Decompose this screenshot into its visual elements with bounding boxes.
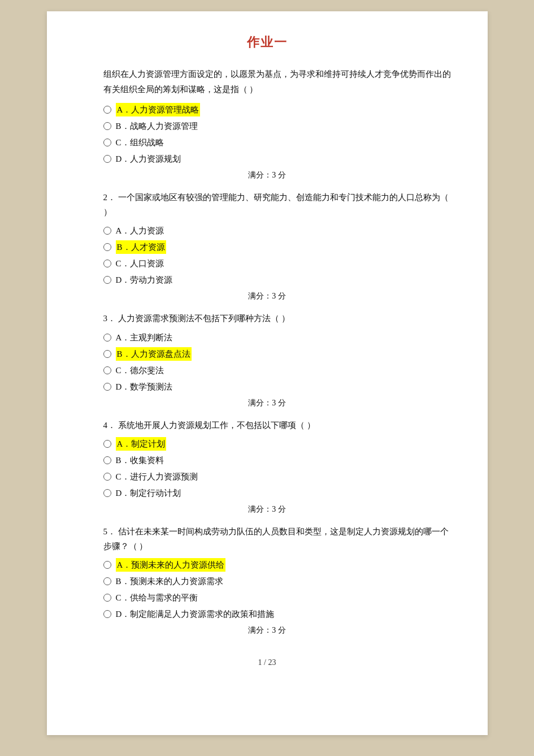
question-2-text: 2． 一个国家或地区有较强的管理能力、研究能力、创造能力和专门技术能力的人口总称… [103,191,454,219]
option-4-a[interactable]: A．制定计划 [103,437,454,451]
option-label-3-d: D．数学预测法 [116,380,173,394]
radio-4-c[interactable] [103,473,111,481]
radio-1-c[interactable] [103,139,111,146]
option-1-b[interactable]: B．战略人力资源管理 [103,119,454,133]
question-4-text: 4． 系统地开展人力资源规划工作，不包括以下哪项（ ） [103,418,454,433]
option-2-a[interactable]: A．人力资源 [103,224,454,237]
radio-2-a[interactable] [103,227,111,235]
option-label-4-d: D．制定行动计划 [116,486,181,500]
question-2-number: 2． [103,193,116,202]
question-3-text: 3． 人力资源需求预测法不包括下列哪种方法（ ） [103,312,454,326]
question-1: 组织在人力资源管理方面设定的，以愿景为基点，为寻求和维持可持续人才竞争优势而作出… [81,67,454,180]
radio-2-b[interactable] [103,243,111,251]
option-label-1-d: D．人力资源规划 [116,152,181,166]
option-label-2-d: D．劳动力资源 [116,273,173,287]
radio-3-d[interactable] [103,383,111,391]
question-4-options: A．制定计划 B．收集资料 C．进行人力资源预测 D．制定行动计划 [103,437,454,500]
option-label-2-c: C．人口资源 [116,257,164,270]
page-footer: 1 / 23 [81,658,454,667]
option-3-d[interactable]: D．数学预测法 [103,380,454,394]
option-3-b[interactable]: B．人力资源盘点法 [103,347,454,361]
option-label-1-a: A．人力资源管理战略 [116,103,201,116]
option-label-3-a: A．主观判断法 [116,331,173,344]
radio-1-b[interactable] [103,122,111,130]
question-3-options: A．主观判断法 B．人力资源盘点法 C．德尔斐法 D．数学预测法 [103,331,454,394]
question-2-options: A．人力资源 B．人才资源 C．人口资源 D．劳动力资源 [103,224,454,287]
option-label-4-b: B．收集资料 [116,453,164,467]
radio-5-c[interactable] [103,594,111,602]
option-2-c[interactable]: C．人口资源 [103,257,454,270]
score-4: 满分：3 分 [81,504,454,515]
radio-5-b[interactable] [103,577,111,585]
score-3: 满分：3 分 [81,398,454,408]
score-1: 满分：3 分 [81,170,454,180]
page-title: 作业一 [81,34,454,51]
option-label-4-c: C．进行人力资源预测 [116,470,198,483]
option-label-2-b: B．人才资源 [116,240,166,254]
question-2: 2． 一个国家或地区有较强的管理能力、研究能力、创造能力和专门技术能力的人口总称… [81,191,454,301]
radio-1-a[interactable] [103,106,111,114]
option-label-5-a: A．预测未来的人力资源供给 [116,558,226,572]
radio-3-b[interactable] [103,350,111,358]
option-label-5-b: B．预测未来的人力资源需求 [116,574,223,588]
option-4-b[interactable]: B．收集资料 [103,453,454,467]
option-4-d[interactable]: D．制定行动计划 [103,486,454,500]
question-4: 4． 系统地开展人力资源规划工作，不包括以下哪项（ ） A．制定计划 B．收集资… [81,418,454,515]
option-5-b[interactable]: B．预测未来的人力资源需求 [103,574,454,588]
option-5-c[interactable]: C．供给与需求的平衡 [103,591,454,604]
question-5-text: 5． 估计在未来某一时间构成劳动力队伍的人员数目和类型，这是制定人力资源规划的哪… [103,525,454,554]
option-label-3-b: B．人力资源盘点法 [116,347,192,361]
radio-4-b[interactable] [103,456,111,464]
question-1-options: A．人力资源管理战略 B．战略人力资源管理 C．组织战略 D．人力资源规划 [103,103,454,166]
option-2-b[interactable]: B．人才资源 [103,240,454,254]
option-5-d[interactable]: D．制定能满足人力资源需求的政策和措施 [103,607,454,621]
question-3: 3． 人力资源需求预测法不包括下列哪种方法（ ） A．主观判断法 B．人力资源盘… [81,312,454,408]
radio-4-a[interactable] [103,440,111,448]
option-5-a[interactable]: A．预测未来的人力资源供给 [103,558,454,572]
radio-1-d[interactable] [103,155,111,163]
option-4-c[interactable]: C．进行人力资源预测 [103,470,454,483]
option-1-c[interactable]: C．组织战略 [103,136,454,149]
option-label-1-b: B．战略人力资源管理 [116,119,198,133]
option-1-d[interactable]: D．人力资源规划 [103,152,454,166]
option-1-a[interactable]: A．人力资源管理战略 [103,103,454,116]
option-label-2-a: A．人力资源 [116,224,164,237]
score-5: 满分：3 分 [81,625,454,636]
option-2-d[interactable]: D．劳动力资源 [103,273,454,287]
question-4-number: 4． [103,421,116,430]
option-label-3-c: C．德尔斐法 [116,364,164,377]
question-5-number: 5． [103,527,116,536]
radio-3-a[interactable] [103,334,111,342]
option-label-5-c: C．供给与需求的平衡 [116,591,198,604]
radio-5-a[interactable] [103,561,111,569]
radio-2-c[interactable] [103,260,111,267]
question-3-number: 3． [103,314,116,323]
question-1-text: 组织在人力资源管理方面设定的，以愿景为基点，为寻求和维持可持续人才竞争优势而作出… [103,67,454,97]
radio-3-c[interactable] [103,366,111,374]
page-container: 作业一 组织在人力资源管理方面设定的，以愿景为基点，为寻求和维持可持续人才竞争优… [47,11,488,735]
option-3-c[interactable]: C．德尔斐法 [103,364,454,377]
radio-5-d[interactable] [103,610,111,618]
option-label-4-a: A．制定计划 [116,437,167,451]
option-label-5-d: D．制定能满足人力资源需求的政策和措施 [116,607,275,621]
question-5-options: A．预测未来的人力资源供给 B．预测未来的人力资源需求 C．供给与需求的平衡 D… [103,558,454,621]
question-5: 5． 估计在未来某一时间构成劳动力队伍的人员数目和类型，这是制定人力资源规划的哪… [81,525,454,636]
score-2: 满分：3 分 [81,291,454,301]
radio-4-d[interactable] [103,489,111,497]
option-label-1-c: C．组织战略 [116,136,164,149]
radio-2-d[interactable] [103,276,111,284]
option-3-a[interactable]: A．主观判断法 [103,331,454,344]
